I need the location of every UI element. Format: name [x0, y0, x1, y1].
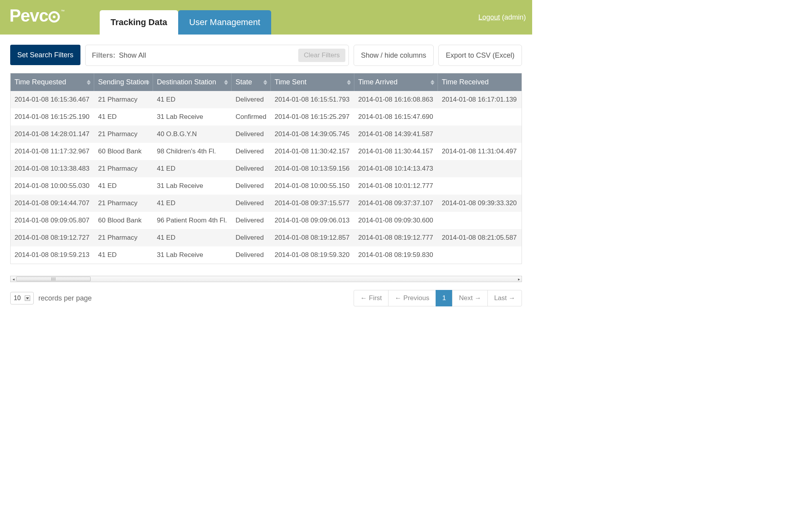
cell-time-requested: 2014-01-08 08:19:59.213	[11, 246, 94, 264]
table-row: 2014-01-08 16:15:25.19041 ED31 Lab Recei…	[11, 108, 522, 126]
scroll-thumb[interactable]	[16, 277, 91, 281]
cell-time-received	[438, 177, 522, 195]
col-header-state[interactable]: State	[232, 73, 270, 91]
page-first-button[interactable]: ← First	[354, 290, 389, 306]
cell-time-arrived: 2014-01-08 08:19:59.830	[354, 246, 438, 264]
sort-icon	[263, 80, 267, 85]
sort-icon	[87, 80, 91, 85]
scroll-left-icon[interactable]: ◂	[11, 276, 16, 282]
cell-destination-station: 41 ED	[153, 160, 232, 177]
horizontal-scrollbar[interactable]: ◂ ▸	[10, 276, 522, 282]
cell-time-received	[438, 212, 522, 229]
scroll-track[interactable]	[16, 276, 516, 282]
cell-time-requested: 2014-01-08 10:00:55.030	[11, 177, 94, 195]
cell-time-arrived: 2014-01-08 10:01:12.777	[354, 177, 438, 195]
trademark: ™	[61, 9, 64, 13]
per-page-label: records per page	[38, 294, 92, 302]
cell-time-sent: 2014-01-08 10:00:55.150	[271, 177, 354, 195]
col-header-time-requested[interactable]: Time Requested	[11, 73, 94, 91]
cell-sending-station: 21 Pharmacy	[94, 195, 153, 212]
cell-time-sent: 2014-01-08 16:15:25.297	[271, 108, 354, 126]
col-header-time-arrived[interactable]: Time Arrived	[354, 73, 438, 91]
cell-destination-station: 31 Lab Receive	[153, 246, 232, 264]
cell-time-received	[438, 108, 522, 126]
col-header-time-received[interactable]: Time Received	[438, 73, 522, 91]
cell-destination-station: 98 Children's 4th Fl.	[153, 143, 232, 160]
col-header-destination-station[interactable]: Destination Station	[153, 73, 232, 91]
cell-time-requested: 2014-01-08 09:09:05.807	[11, 212, 94, 229]
brand-text: Pevc	[9, 6, 48, 25]
current-user: admin	[504, 13, 524, 21]
page-last-button[interactable]: Last →	[487, 290, 522, 306]
page-next-button[interactable]: Next →	[452, 290, 488, 306]
cell-state: Delivered	[232, 177, 270, 195]
cell-sending-station: 60 Blood Bank	[94, 143, 153, 160]
cell-time-received: 2014-01-08 16:17:01.139	[438, 91, 522, 108]
page-number-button[interactable]: 1	[436, 290, 452, 306]
chevron-down-icon	[25, 295, 30, 301]
cell-state: Delivered	[232, 246, 270, 264]
cell-time-sent: 2014-01-08 11:30:42.157	[271, 143, 354, 160]
table-row: 2014-01-08 10:13:38.48321 Pharmacy41 EDD…	[11, 160, 522, 177]
scroll-right-icon[interactable]: ▸	[516, 276, 522, 282]
col-header-sending-station[interactable]: Sending Station	[94, 73, 153, 91]
cell-sending-station: 41 ED	[94, 177, 153, 195]
filters-value: Show All	[119, 51, 146, 59]
export-csv-button[interactable]: Export to CSV (Excel)	[438, 45, 522, 66]
active-filters-display: Filters: Show All Clear Filters	[85, 45, 349, 66]
sort-icon	[347, 80, 351, 85]
cell-time-sent: 2014-01-08 09:09:06.013	[271, 212, 354, 229]
logout-link[interactable]: Logout	[478, 13, 500, 21]
cell-time-sent: 2014-01-08 08:19:12.857	[271, 229, 354, 246]
cell-time-arrived: 2014-01-08 09:09:30.600	[354, 212, 438, 229]
cell-state: Delivered	[232, 91, 270, 108]
topbar: Pevc™ Tracking Data User Management Logo…	[0, 0, 532, 35]
toolbar: Set Search Filters Filters: Show All Cle…	[10, 45, 522, 66]
cell-state: Delivered	[232, 229, 270, 246]
cell-destination-station: 31 Lab Receive	[153, 108, 232, 126]
show-hide-columns-button[interactable]: Show / hide columns	[354, 45, 434, 66]
cell-time-requested: 2014-01-08 08:19:12.727	[11, 229, 94, 246]
cell-time-arrived: 2014-01-08 09:37:37.107	[354, 195, 438, 212]
table-row: 2014-01-08 14:28:01.14721 Pharmacy40 O.B…	[11, 126, 522, 143]
cell-sending-station: 21 Pharmacy	[94, 91, 153, 108]
col-header-time-sent[interactable]: Time Sent	[271, 73, 354, 91]
cell-sending-station: 41 ED	[94, 108, 153, 126]
brand-logo: Pevc™	[9, 6, 100, 35]
tab-user-management[interactable]: User Management	[178, 10, 271, 35]
set-search-filters-button[interactable]: Set Search Filters	[10, 45, 80, 65]
cell-destination-station: 41 ED	[153, 229, 232, 246]
per-page-value: 10	[14, 295, 21, 302]
cell-time-received	[438, 126, 522, 143]
cell-time-sent: 2014-01-08 09:37:15.577	[271, 195, 354, 212]
cell-time-requested: 2014-01-08 16:15:25.190	[11, 108, 94, 126]
cell-time-sent: 2014-01-08 16:15:51.793	[271, 91, 354, 108]
filters-label: Filters:	[92, 51, 115, 59]
cell-time-received	[438, 246, 522, 264]
cell-destination-station: 41 ED	[153, 91, 232, 108]
table-row: 2014-01-08 09:09:05.80760 Blood Bank96 P…	[11, 212, 522, 229]
sort-icon	[224, 80, 228, 85]
cell-time-sent: 2014-01-08 08:19:59.320	[271, 246, 354, 264]
cell-state: Delivered	[232, 126, 270, 143]
cell-time-requested: 2014-01-08 14:28:01.147	[11, 126, 94, 143]
cell-time-requested: 2014-01-08 11:17:32.967	[11, 143, 94, 160]
cell-time-received	[438, 160, 522, 177]
cell-time-arrived: 2014-01-08 16:16:08.863	[354, 91, 438, 108]
cell-time-received: 2014-01-08 08:21:05.587	[438, 229, 522, 246]
tracking-table: Time Requested Sending Station Destinati…	[10, 73, 522, 264]
cell-time-sent: 2014-01-08 14:39:05.745	[271, 126, 354, 143]
clear-filters-button[interactable]: Clear Filters	[298, 49, 345, 62]
tab-tracking-data[interactable]: Tracking Data	[100, 10, 178, 35]
cell-state: Delivered	[232, 212, 270, 229]
cell-sending-station: 21 Pharmacy	[94, 160, 153, 177]
table-row: 2014-01-08 09:14:44.70721 Pharmacy41 EDD…	[11, 195, 522, 212]
cell-destination-station: 41 ED	[153, 195, 232, 212]
table-footer: 10 records per page ← First ← Previous 1…	[10, 290, 522, 306]
table-row: 2014-01-08 08:19:59.21341 ED31 Lab Recei…	[11, 246, 522, 264]
sort-icon	[146, 80, 150, 85]
page-prev-button[interactable]: ← Previous	[388, 290, 436, 306]
cell-destination-station: 96 Patient Room 4th Fl.	[153, 212, 232, 229]
per-page-select[interactable]: 10	[10, 292, 34, 304]
cell-time-requested: 2014-01-08 09:14:44.707	[11, 195, 94, 212]
